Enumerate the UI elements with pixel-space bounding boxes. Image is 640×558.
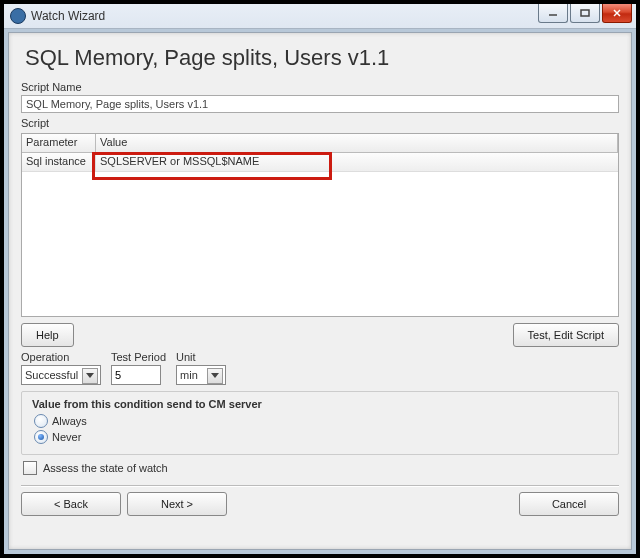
cm-server-group-title: Value from this condition send to CM ser… xyxy=(32,398,608,410)
script-label-block: Script xyxy=(21,117,619,129)
assess-label: Assess the state of watch xyxy=(43,462,168,474)
operation-field: Operation Successful xyxy=(21,351,101,385)
window-buttons xyxy=(538,4,632,22)
script-name-input[interactable] xyxy=(21,95,619,113)
param-cell: Sql instance xyxy=(22,153,96,171)
page-title: SQL Memory, Page splits, Users v1.1 xyxy=(9,33,631,81)
dialog-body: SQL Memory, Page splits, Users v1.1 Scri… xyxy=(8,32,632,550)
column-header-parameter[interactable]: Parameter xyxy=(22,134,96,152)
window-title: Watch Wizard xyxy=(31,9,105,23)
table-row[interactable]: Sql instance SQLSERVER or MSSQL$NAME xyxy=(22,153,618,172)
test-edit-script-button[interactable]: Test, Edit Script xyxy=(513,323,619,347)
minimize-button[interactable] xyxy=(538,4,568,23)
table-header: Parameter Value xyxy=(22,134,618,153)
svg-rect-1 xyxy=(581,10,589,16)
operation-select[interactable]: Successful xyxy=(21,365,101,385)
script-name-label: Script Name xyxy=(21,81,619,93)
script-label: Script xyxy=(21,117,619,129)
operation-label: Operation xyxy=(21,351,101,363)
radio-never-label: Never xyxy=(52,431,81,443)
cm-server-group: Value from this condition send to CM ser… xyxy=(21,391,619,455)
separator xyxy=(21,485,619,486)
unit-select[interactable]: min xyxy=(176,365,226,385)
radio-always-label: Always xyxy=(52,415,87,427)
window-frame: Watch Wizard SQL Memory, Page splits, Us… xyxy=(0,0,640,558)
radio-always[interactable]: Always xyxy=(34,414,606,428)
chevron-down-icon xyxy=(207,368,223,384)
next-button[interactable]: Next > xyxy=(127,492,227,516)
back-button[interactable]: < Back xyxy=(21,492,121,516)
test-period-label: Test Period xyxy=(111,351,166,363)
value-cell: SQLSERVER or MSSQL$NAME xyxy=(96,153,618,171)
close-button[interactable] xyxy=(602,4,632,23)
unit-label: Unit xyxy=(176,351,226,363)
maximize-button[interactable] xyxy=(570,4,600,23)
checkbox-icon xyxy=(23,461,37,475)
column-header-value[interactable]: Value xyxy=(96,134,618,152)
chevron-down-icon xyxy=(82,368,98,384)
assess-checkbox-row[interactable]: Assess the state of watch xyxy=(23,461,617,475)
unit-field: Unit min xyxy=(176,351,226,385)
radio-never[interactable]: Never xyxy=(34,430,606,444)
radio-icon xyxy=(34,414,48,428)
radio-icon xyxy=(34,430,48,444)
script-name-field: Script Name xyxy=(21,81,619,113)
app-icon xyxy=(10,8,26,24)
help-button[interactable]: Help xyxy=(21,323,74,347)
titlebar: Watch Wizard xyxy=(4,4,636,29)
test-period-input[interactable] xyxy=(111,365,161,385)
script-parameters-table: Parameter Value Sql instance SQLSERVER o… xyxy=(21,133,619,317)
test-period-field: Test Period xyxy=(111,351,166,385)
cancel-button[interactable]: Cancel xyxy=(519,492,619,516)
